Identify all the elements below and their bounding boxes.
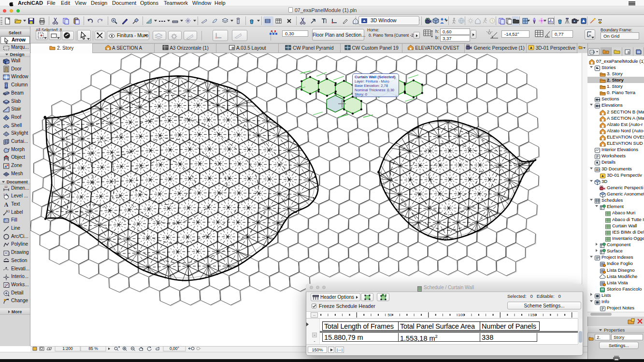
svg-text:85 %: 85 % [88, 346, 98, 351]
svg-text:12: 12 [4, 185, 8, 188]
svg-text:1:200: 1:200 [62, 346, 73, 351]
svg-text:0,00°: 0,00° [170, 346, 179, 351]
svg-text:A: A [4, 201, 9, 208]
svg-text:3D: 3D [596, 168, 600, 171]
svg-text:A1: A1 [6, 209, 10, 213]
svg-text:1.2: 1.2 [3, 193, 7, 196]
